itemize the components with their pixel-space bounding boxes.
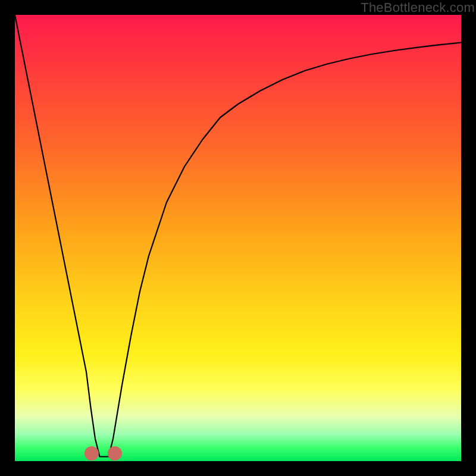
curve-marker — [84, 446, 99, 461]
bottleneck-curve — [15, 15, 461, 461]
watermark-label: TheBottleneck.com — [361, 0, 475, 15]
curve-marker — [108, 446, 122, 461]
chart-frame — [15, 15, 461, 461]
